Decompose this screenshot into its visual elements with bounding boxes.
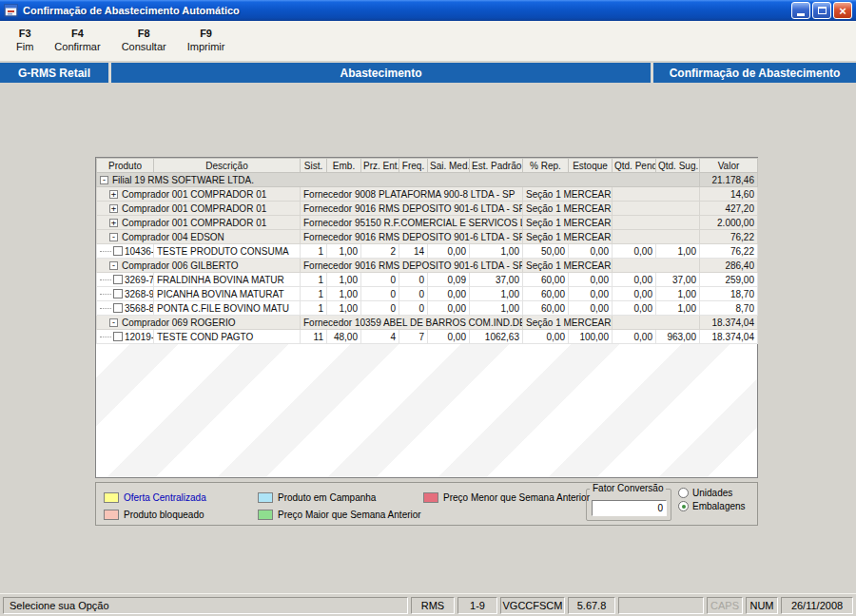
group-label-cell: -Comprador 004 EDSON xyxy=(97,230,301,244)
radio-embalagens[interactable]: Embalagens xyxy=(678,501,746,511)
group-row[interactable]: +Comprador 001 COMPRADOR 01Fornecedor 95… xyxy=(97,216,758,230)
group-row[interactable]: -Comprador 004 EDSONFornecedor 9016 RMS … xyxy=(97,230,758,244)
toolbar-button-fim[interactable]: F3 Fim xyxy=(8,26,42,54)
column-header[interactable]: Sai. Med. xyxy=(428,159,470,173)
cell-empty xyxy=(613,202,700,216)
legend-swatch xyxy=(258,492,273,503)
column-header[interactable]: Qtd. Sug. xyxy=(656,159,700,173)
column-header[interactable]: Sist. xyxy=(301,159,327,173)
cell-valor: 76,22 xyxy=(700,244,758,259)
cell-freq: 7 xyxy=(399,330,428,344)
cell-produto: 3568-8 xyxy=(97,301,154,316)
fkey-label: F8 xyxy=(138,28,150,39)
legend-item: Preço Maior que Semana Anterior xyxy=(258,509,421,521)
product-row[interactable]: 12019-7TESTE COND PAGTO1148,00470,001062… xyxy=(97,330,758,344)
cell-empty xyxy=(613,216,700,230)
row-checkbox[interactable] xyxy=(113,275,123,284)
cell-rep: 60,00 xyxy=(523,273,569,287)
cell-emb: 1,00 xyxy=(327,287,361,301)
column-header[interactable]: Prz. Ent. xyxy=(361,159,399,173)
button-caption: Fim xyxy=(16,41,33,52)
minimize-button[interactable] xyxy=(791,2,810,19)
restore-button[interactable] xyxy=(812,2,831,19)
cell-fornecedor: Fornecedor 9016 RMS DEPOSITO 901-6 LTDA … xyxy=(301,230,523,244)
cell-est_padrao: 1062,63 xyxy=(470,330,523,344)
column-header[interactable]: Est. Padrão xyxy=(470,159,523,173)
banner: G-RMS Retail Abastecimento Confirmação d… xyxy=(0,63,856,83)
cell-rep: 60,00 xyxy=(523,287,569,301)
group-row[interactable]: -Comprador 069 ROGERIOFornecedor 10359 A… xyxy=(97,316,758,330)
tree-expander-icon[interactable]: + xyxy=(109,190,118,199)
group-row[interactable]: +Comprador 001 COMPRADOR 01Fornecedor 90… xyxy=(97,187,758,202)
column-header[interactable]: Valor xyxy=(700,159,758,173)
toolbar-button-confirmar[interactable]: F4 Confirmar xyxy=(46,26,108,54)
cell-valor: 14,60 xyxy=(700,187,758,202)
group-row[interactable]: -Comprador 006 GILBERTOFornecedor 9016 R… xyxy=(97,259,758,273)
button-caption: Imprimir xyxy=(187,41,225,52)
tree-expander-icon[interactable]: + xyxy=(109,219,118,227)
cell-empty xyxy=(613,316,700,330)
row-checkbox[interactable] xyxy=(113,332,123,341)
column-header[interactable]: Produto xyxy=(97,159,154,173)
cell-valor: 18,70 xyxy=(700,287,758,301)
group-row[interactable]: +Comprador 001 COMPRADOR 01Fornecedor 90… xyxy=(97,202,758,216)
group-row[interactable]: -Filial 19 RMS SOFTWARE LTDA.21.178,46 xyxy=(97,173,758,187)
radio-label: Embalagens xyxy=(692,501,746,511)
column-header[interactable]: Descrição xyxy=(154,159,301,173)
tree-line xyxy=(100,308,111,309)
legend-item: Produto em Campanha xyxy=(258,491,376,504)
legend-label: Produto bloqueado xyxy=(124,510,204,520)
supply-grid: ProdutoDescriçãoSist.Emb.Prz. Ent.Freq.S… xyxy=(96,158,758,344)
product-row[interactable]: 3269-7FRALDINHA BOVINA MATUR11,00000,093… xyxy=(97,273,758,287)
tree-expander-icon[interactable]: - xyxy=(109,233,118,241)
product-code: 3269-7 xyxy=(125,275,154,285)
cell-emb: 1,00 xyxy=(327,273,361,287)
toolbar-button-consultar[interactable]: F8 Consultar xyxy=(113,26,175,54)
titlebar[interactable]: Confirmação de Abastecimento Automático … xyxy=(0,0,856,21)
product-row[interactable]: 3568-8PONTA C.FILE BOVINO MATU11,00000,0… xyxy=(97,301,758,316)
cell-estoque: 0,00 xyxy=(569,301,613,316)
tree-expander-icon[interactable]: - xyxy=(109,318,118,327)
product-row[interactable]: 10436-1TESTE PRODUTO CONSUMA11,002140,00… xyxy=(97,244,758,259)
unit-radio-group: UnidadesEmbalagens xyxy=(678,488,746,511)
grid-body: -Filial 19 RMS SOFTWARE LTDA.21.178,46+C… xyxy=(97,173,758,344)
cell-freq: 14 xyxy=(399,244,428,259)
column-header[interactable]: Estoque xyxy=(569,159,613,173)
close-button[interactable]: × xyxy=(833,2,852,19)
supply-grid-panel: ProdutoDescriçãoSist.Emb.Prz. Ent.Freq.S… xyxy=(95,157,758,478)
product-row[interactable]: 3268-9PICANHA BOVINA MATURAT11,00000,001… xyxy=(97,287,758,301)
status-version: 5.67.8 xyxy=(568,597,615,614)
row-checkbox[interactable] xyxy=(113,303,123,313)
cell-rep: 50,00 xyxy=(523,244,569,259)
column-header[interactable]: Freq. xyxy=(399,159,428,173)
status-num-indicator: NUM xyxy=(746,597,778,614)
column-header[interactable]: Qtd. Pend xyxy=(613,159,656,173)
cell-est_padrao: 1,00 xyxy=(470,301,523,316)
cell-valor: 286,40 xyxy=(700,259,758,273)
fkey-label: F4 xyxy=(71,28,84,39)
cell-sai_med: 0,09 xyxy=(428,273,470,287)
cell-descricao: PICANHA BOVINA MATURAT xyxy=(154,287,301,301)
radio-unidades[interactable]: Unidades xyxy=(678,488,746,498)
tree-expander-icon[interactable]: + xyxy=(109,204,118,213)
cell-qtd_sug: 1,00 xyxy=(656,287,700,301)
tree-expander-icon[interactable]: - xyxy=(109,261,118,270)
status-date: 26/11/2008 xyxy=(781,597,853,614)
cell-secao: Seção 1 MERCEARIA xyxy=(523,202,613,216)
product-cell-inner: 12019-7 xyxy=(100,330,150,343)
cell-prz_ent: 0 xyxy=(361,287,399,301)
row-checkbox[interactable] xyxy=(113,289,123,298)
cell-valor: 8,70 xyxy=(700,301,758,316)
cell-sai_med: 0,00 xyxy=(428,244,470,259)
group-label-cell: -Comprador 069 ROGERIO xyxy=(97,316,301,330)
legend-item: Produto bloqueado xyxy=(104,509,204,521)
tree-expander-icon[interactable]: - xyxy=(100,176,108,184)
toolbar-button-imprimir[interactable]: F9 Imprimir xyxy=(179,26,234,54)
cell-fornecedor: Fornecedor 10359 ABEL DE BARROS COM.IND.… xyxy=(301,316,523,330)
column-header[interactable]: % Rep. xyxy=(523,159,569,173)
group-label: Comprador 001 COMPRADOR 01 xyxy=(122,218,266,228)
fator-conversao-input[interactable] xyxy=(592,500,667,516)
row-checkbox[interactable] xyxy=(113,246,123,256)
tree-line xyxy=(100,294,111,295)
column-header[interactable]: Emb. xyxy=(327,159,361,173)
